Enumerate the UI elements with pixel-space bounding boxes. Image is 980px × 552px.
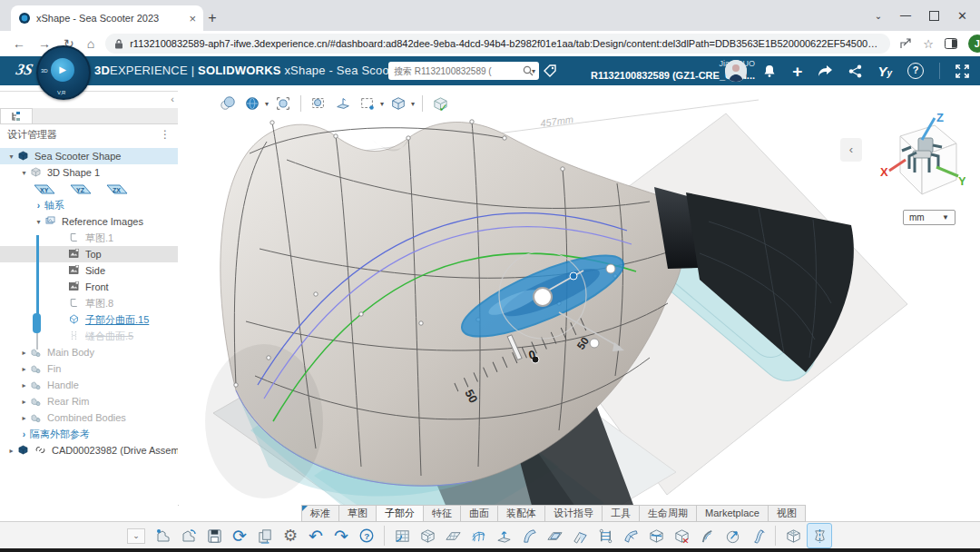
manipulator-handle[interactable] bbox=[534, 288, 552, 306]
tab-close-icon[interactable]: × bbox=[189, 12, 196, 25]
normal-to-icon[interactable] bbox=[333, 94, 353, 113]
bridge-icon[interactable] bbox=[593, 524, 617, 547]
tree-item-cad00023982-drive-assembl-[interactable]: ▸CAD00023982 (Drive Assembl... bbox=[0, 442, 178, 458]
tree-item-隔离外部参考[interactable]: ›隔离外部参考 bbox=[0, 426, 178, 442]
tree-item-main-body[interactable]: ▸Main Body bbox=[0, 344, 178, 360]
curve-bend-icon[interactable] bbox=[695, 524, 719, 547]
open-shape-icon[interactable] bbox=[177, 524, 201, 547]
share-nodes-icon[interactable] bbox=[848, 64, 862, 78]
delete-face-icon[interactable]: ✕ bbox=[670, 524, 693, 547]
expand-arrow-icon[interactable]: ▸ bbox=[18, 365, 30, 373]
expand-arrow-icon[interactable]: ▸ bbox=[18, 349, 30, 357]
view-cube-widget[interactable]: X Y Z bbox=[875, 113, 965, 207]
search-input[interactable] bbox=[392, 65, 523, 77]
right-panel-collapse-button[interactable]: ‹ bbox=[840, 138, 862, 162]
user-avatar[interactable] bbox=[725, 60, 747, 82]
tree-item-combined-bodies[interactable]: ▸Combined Bodies bbox=[0, 409, 178, 426]
mesh-cube-icon[interactable] bbox=[781, 524, 805, 547]
tree-tab[interactable] bbox=[0, 108, 33, 123]
tab-search-chevron-icon[interactable]: ⌄ bbox=[875, 11, 882, 21]
tree-item-top[interactable]: Top bbox=[0, 246, 178, 262]
shaded-spheres-icon[interactable] bbox=[218, 94, 238, 113]
tree-item-轴系[interactable]: ›轴系 bbox=[0, 197, 178, 213]
select-box-icon[interactable] bbox=[358, 94, 377, 113]
help-icon[interactable]: ? bbox=[355, 524, 378, 547]
help-icon[interactable]: ? bbox=[907, 63, 924, 79]
tree-item-3d-shape-1[interactable]: ▾3D Shape 1 bbox=[0, 164, 178, 181]
tree-item-side[interactable]: Side bbox=[0, 262, 178, 279]
expand-arrow-icon[interactable]: ▸ bbox=[18, 414, 30, 422]
tree-item-front[interactable]: Front bbox=[0, 279, 178, 295]
history-timeline-handle[interactable] bbox=[33, 313, 41, 333]
plane-icon-xy[interactable]: XY bbox=[33, 182, 56, 196]
new-shape-icon[interactable] bbox=[152, 524, 175, 547]
bookmark-star-icon[interactable]: ☆ bbox=[923, 37, 934, 51]
ribbon-tab-设计指导[interactable]: 设计指导 bbox=[545, 505, 603, 522]
save-icon[interactable] bbox=[202, 524, 226, 547]
curved-surface-icon[interactable] bbox=[517, 524, 541, 547]
expand-arrow-icon[interactable]: › bbox=[33, 201, 44, 211]
planar-grid-icon[interactable] bbox=[441, 524, 465, 547]
search-box[interactable]: ▾ bbox=[388, 62, 539, 80]
notifications-bell-icon[interactable] bbox=[762, 64, 777, 78]
deform-icon[interactable] bbox=[720, 524, 744, 547]
expand-arrow-icon[interactable]: ▸ bbox=[18, 398, 30, 406]
3d-viewport[interactable]: 457mm bbox=[178, 85, 980, 505]
tree-item-planes[interactable]: XYYZZX bbox=[0, 181, 178, 197]
ribbon-tab-marketplace[interactable]: Marketplace bbox=[697, 505, 769, 522]
display-style-icon[interactable] bbox=[242, 94, 262, 113]
back-icon[interactable]: ← bbox=[13, 36, 25, 51]
app-title[interactable]: 3DEXPERIENCE | SOLIDWORKS xShape - Sea S… bbox=[94, 64, 436, 77]
add-plus-icon[interactable]: + bbox=[792, 63, 802, 80]
tree-item-子部分曲面-15[interactable]: 子部分曲面.15 bbox=[0, 311, 178, 328]
convert-icon[interactable] bbox=[253, 524, 277, 547]
home-icon[interactable]: ⌂ bbox=[87, 36, 94, 51]
plane-icon-yz[interactable]: YZ bbox=[69, 182, 93, 196]
search-chevron-icon[interactable]: ▾ bbox=[532, 67, 535, 75]
browser-profile-avatar[interactable]: J bbox=[968, 34, 980, 53]
share-forward-icon[interactable] bbox=[818, 64, 833, 77]
ribbon-tab-草图[interactable]: 草图 bbox=[339, 505, 377, 522]
symmetry-icon[interactable] bbox=[807, 523, 832, 548]
sync-icon[interactable]: ⟳ bbox=[228, 524, 251, 547]
validate-icon[interactable]: ✓ bbox=[430, 94, 450, 113]
display-style-dropdown-icon[interactable]: ▾ bbox=[265, 100, 269, 108]
units-dropdown[interactable]: mm ▼ bbox=[903, 210, 956, 225]
capture-icon[interactable] bbox=[309, 94, 328, 113]
ribbon-tab-生命周期[interactable]: 生命周期 bbox=[640, 505, 697, 522]
toolbar-expand-chevron[interactable]: ⌄ bbox=[127, 528, 145, 544]
split-icon[interactable] bbox=[644, 524, 668, 547]
fullscreen-icon[interactable] bbox=[956, 64, 969, 78]
ribbon-tab-装配体[interactable]: 装配体 bbox=[498, 505, 545, 522]
window-close-button[interactable]: ✕ bbox=[957, 9, 967, 23]
extrude-icon[interactable] bbox=[492, 524, 515, 547]
tree-item-缝合曲面-5[interactable]: 缝合曲面.5 bbox=[0, 328, 178, 344]
tree-item-草图-1[interactable]: 草图.1 bbox=[0, 230, 178, 246]
tree-item-草图-8[interactable]: 草图.8 bbox=[0, 295, 178, 311]
ribbon-tab-工具[interactable]: 工具 bbox=[603, 505, 640, 522]
settings-icon[interactable]: ⚙ bbox=[279, 524, 302, 547]
share-page-icon[interactable] bbox=[899, 38, 912, 50]
side-panel-icon[interactable] bbox=[945, 38, 957, 49]
tree-item-sea-scooter-shape[interactable]: ▾Sea Scooter Shape bbox=[0, 148, 178, 164]
plane-icon-zx[interactable]: ZX bbox=[105, 182, 129, 196]
tree-item-fin[interactable]: ▸Fin bbox=[0, 360, 178, 377]
flip-icon[interactable] bbox=[619, 524, 642, 547]
fold-icon[interactable] bbox=[568, 524, 592, 547]
panel-menu-dots-icon[interactable]: ⋮ bbox=[160, 128, 171, 141]
expand-arrow-icon[interactable]: › bbox=[18, 429, 30, 439]
ribbon-tab-特征[interactable]: 特征 bbox=[424, 505, 461, 522]
window-minimize-button[interactable]: — bbox=[900, 9, 911, 22]
ribbon-tab-曲面[interactable]: 曲面 bbox=[461, 505, 498, 522]
redo-icon[interactable]: ↷ bbox=[329, 524, 353, 547]
tag-icon[interactable] bbox=[543, 64, 557, 78]
compass-play-icon[interactable]: ▶ bbox=[51, 58, 74, 82]
tree-item-reference-images[interactable]: ▾Reference Images bbox=[0, 213, 178, 230]
box-mesh-icon[interactable] bbox=[416, 524, 439, 547]
ribbon-tab-标准[interactable]: 标准 bbox=[301, 505, 339, 522]
surface-network-icon[interactable] bbox=[466, 524, 490, 547]
select-box-dropdown-icon[interactable]: ▾ bbox=[380, 100, 384, 108]
swym-icon[interactable]: Yy bbox=[877, 64, 892, 78]
new-tab-button[interactable]: + bbox=[201, 7, 223, 29]
view-cube-icon[interactable] bbox=[388, 94, 408, 113]
